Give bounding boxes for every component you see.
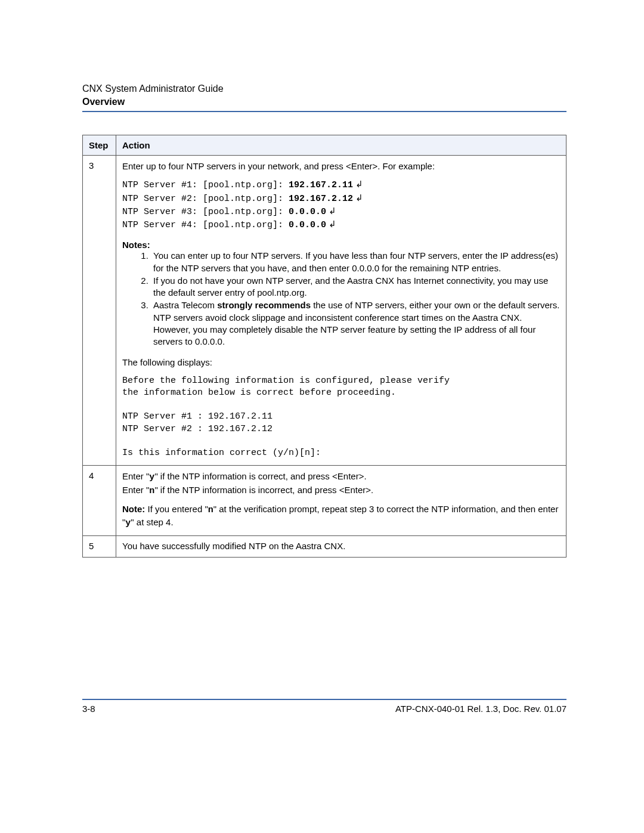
enter-icon: ↲ — [326, 219, 336, 229]
page-number: 3-8 — [82, 704, 95, 714]
note-line: Note: If you entered "n" at the verifica… — [122, 503, 560, 530]
intro-text: Enter up to four NTP servers in your net… — [122, 160, 560, 172]
enter-n-line: Enter "n" if the NTP information is inco… — [122, 484, 560, 497]
enter-icon: ↲ — [353, 193, 363, 203]
footer-rule — [82, 699, 566, 700]
ntp-example-block: NTP Server #1: [pool.ntp.org]: 192.167.2… — [122, 178, 560, 231]
enter-icon: ↲ — [353, 179, 363, 189]
doc-reference: ATP-CNX-040-01 Rel. 1.3, Doc. Rev. 01.07 — [395, 704, 566, 714]
notes-list: You can enter up to four NTP servers. If… — [122, 250, 560, 348]
action-cell: Enter "y" if the NTP information is corr… — [116, 466, 566, 536]
list-item: Aastra Telecom strongly recommends the u… — [151, 299, 560, 348]
step-number: 4 — [83, 466, 116, 536]
table-row: 3 Enter up to four NTP servers in your n… — [83, 156, 566, 466]
page-footer: 3-8 ATP-CNX-040-01 Rel. 1.3, Doc. Rev. 0… — [0, 699, 644, 714]
action-cell: Enter up to four NTP servers in your net… — [116, 156, 566, 466]
section-title: Overview — [82, 97, 566, 107]
verify-block: Before the following information is conf… — [122, 375, 560, 460]
success-text: You have successfully modified NTP on th… — [122, 541, 560, 551]
notes-label: Notes: — [122, 240, 560, 250]
list-item: You can enter up to four NTP servers. If… — [151, 250, 560, 274]
document-page: CNX System Administrator Guide Overview … — [0, 0, 644, 558]
step-number: 5 — [83, 536, 116, 558]
col-action: Action — [116, 135, 566, 156]
table-row: 4 Enter "y" if the NTP information is co… — [83, 466, 566, 536]
doc-title: CNX System Administrator Guide — [82, 83, 566, 94]
enter-icon: ↲ — [326, 206, 336, 216]
steps-table: Step Action 3 Enter up to four NTP serve… — [82, 135, 566, 558]
table-row: 5 You have successfully modified NTP on … — [83, 536, 566, 558]
following-displays: The following displays: — [122, 357, 560, 368]
step-number: 3 — [83, 156, 116, 466]
list-item: If you do not have your own NTP server, … — [151, 275, 560, 299]
action-cell: You have successfully modified NTP on th… — [116, 536, 566, 558]
enter-y-line: Enter "y" if the NTP information is corr… — [122, 470, 560, 484]
col-step: Step — [83, 135, 116, 156]
header-rule — [82, 111, 566, 112]
table-header-row: Step Action — [83, 135, 566, 156]
